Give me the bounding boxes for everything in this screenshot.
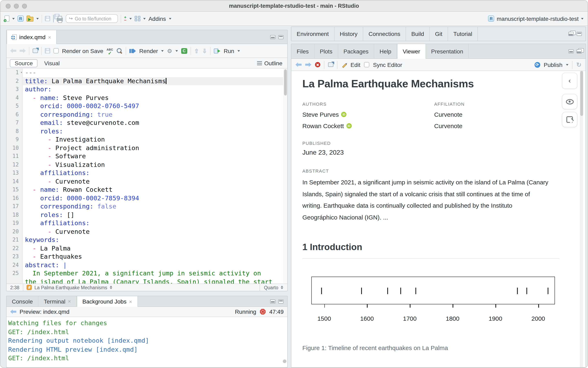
restore-pane-icon[interactable] bbox=[577, 49, 582, 53]
back-icon[interactable] bbox=[295, 62, 302, 67]
goto-file-function-box[interactable]: ↪ bbox=[66, 14, 118, 23]
code-line[interactable]: 3author: bbox=[7, 85, 287, 94]
tab-index-qmd[interactable]: index.qmd × bbox=[7, 30, 57, 44]
code-line[interactable]: 12 - Visualization bbox=[7, 161, 287, 169]
format-menu[interactable]: Quarto bbox=[259, 284, 287, 291]
tab-packages[interactable]: Packages bbox=[338, 44, 374, 58]
orcid-icon[interactable]: iD bbox=[346, 123, 351, 129]
tab-history[interactable]: History bbox=[334, 27, 363, 41]
close-icon[interactable]: × bbox=[48, 34, 51, 40]
back-icon[interactable] bbox=[10, 48, 16, 53]
annotation-button[interactable] bbox=[562, 112, 577, 127]
tab-environment[interactable]: Environment bbox=[291, 27, 334, 41]
code-line[interactable]: 15 - name: Rowan Cockett bbox=[7, 186, 287, 194]
new-file-dropdown-caret[interactable] bbox=[12, 18, 15, 19]
code-editor[interactable]: 1▾---2title: La Palma Earthquake Mechani… bbox=[7, 69, 287, 284]
code-line[interactable]: 16 orcid: 0000-0002-7859-8394 bbox=[7, 194, 287, 202]
code-line[interactable]: 14 - Curvenote bbox=[7, 177, 287, 186]
render-icon[interactable] bbox=[129, 48, 136, 53]
forward-icon[interactable] bbox=[19, 48, 26, 53]
new-project-icon[interactable]: R bbox=[18, 16, 24, 22]
forward-icon[interactable] bbox=[305, 62, 311, 67]
edit-icon[interactable] bbox=[342, 63, 347, 68]
goto-file-function-input[interactable] bbox=[75, 16, 115, 21]
minimize-pane-icon[interactable] bbox=[270, 299, 276, 303]
open-file-icon[interactable] bbox=[27, 17, 33, 22]
refresh-icon[interactable]: ↻ bbox=[576, 61, 581, 68]
edit-button[interactable]: Edit bbox=[350, 61, 360, 68]
version-control-dropdown-caret[interactable] bbox=[129, 18, 132, 19]
stop-job-icon[interactable] bbox=[260, 309, 266, 314]
sync-editor-checkbox[interactable] bbox=[364, 62, 369, 67]
run-icon[interactable] bbox=[214, 48, 220, 54]
fold-icon[interactable]: ▾ bbox=[20, 69, 22, 77]
project-menu-button[interactable]: R manuscript-template-rstudio-test bbox=[488, 15, 584, 22]
save-document-icon[interactable] bbox=[45, 48, 50, 54]
reader-view-button[interactable] bbox=[562, 94, 577, 109]
open-new-window-icon[interactable] bbox=[33, 48, 38, 53]
publish-dropdown-caret[interactable] bbox=[566, 64, 569, 65]
next-chunk-icon[interactable]: ⇩ bbox=[202, 47, 207, 54]
code-line[interactable]: 6 corresponding: true bbox=[7, 110, 287, 119]
tab-files[interactable]: Files bbox=[291, 44, 314, 58]
code-line[interactable]: 18 roles: [] bbox=[7, 211, 287, 219]
close-icon[interactable]: × bbox=[68, 298, 71, 304]
tab-help[interactable]: Help bbox=[374, 44, 397, 58]
gear-dropdown-caret[interactable] bbox=[175, 50, 178, 52]
restore-pane-icon[interactable] bbox=[569, 32, 574, 36]
code-line[interactable]: 24abstract: | bbox=[7, 261, 287, 269]
maximize-pane-icon[interactable] bbox=[577, 32, 582, 36]
tab-plots[interactable]: Plots bbox=[314, 44, 338, 58]
mode-visual-button[interactable]: Visual bbox=[39, 59, 65, 67]
spellcheck-icon[interactable]: ABC ✓ bbox=[107, 48, 113, 55]
code-line[interactable]: 1▾--- bbox=[7, 69, 287, 77]
code-line[interactable]: 19 affiliations: bbox=[7, 219, 287, 228]
stop-icon[interactable] bbox=[315, 62, 320, 67]
code-line[interactable]: 20 - Curvenote bbox=[7, 228, 287, 236]
find-replace-icon[interactable] bbox=[117, 48, 123, 54]
gear-icon[interactable]: ⚙ bbox=[167, 48, 172, 54]
render-button[interactable]: Render bbox=[139, 47, 158, 54]
code-line[interactable]: 21keywords: bbox=[7, 236, 287, 244]
code-line[interactable]: 23 - Earthquakes bbox=[7, 253, 287, 261]
open-in-browser-icon[interactable] bbox=[328, 62, 333, 67]
minimize-pane-icon[interactable] bbox=[569, 49, 574, 53]
outline-toggle[interactable]: Outline bbox=[257, 60, 284, 66]
code-line[interactable]: 11 - Software bbox=[7, 152, 287, 161]
mode-source-button[interactable]: Source bbox=[10, 59, 38, 67]
render-on-save-checkbox[interactable] bbox=[54, 48, 59, 54]
code-line[interactable]: 25 In September 2021, a significant jump… bbox=[7, 269, 287, 278]
workspace-panes-icon[interactable] bbox=[135, 16, 140, 21]
console-scrollbar-thumb[interactable] bbox=[283, 359, 286, 363]
open-file-dropdown-caret[interactable] bbox=[36, 18, 39, 19]
addins-menu[interactable]: Addins bbox=[148, 15, 166, 22]
run-button[interactable]: Run bbox=[224, 47, 234, 54]
section-jump-menu[interactable]: # La Palma Earthquake Mechanisms bbox=[23, 284, 259, 291]
previous-chunk-icon[interactable]: ⇧ bbox=[194, 47, 199, 54]
print-icon[interactable] bbox=[57, 17, 63, 21]
run-dropdown-caret[interactable] bbox=[238, 50, 240, 52]
maximize-pane-icon[interactable] bbox=[278, 299, 284, 303]
publish-button[interactable]: Publish bbox=[544, 61, 562, 68]
save-icon[interactable] bbox=[45, 16, 50, 21]
code-line[interactable]: 8 roles: bbox=[7, 127, 287, 136]
tab-viewer[interactable]: Viewer bbox=[397, 44, 426, 59]
tab-terminal[interactable]: Terminal× bbox=[38, 296, 77, 306]
new-file-icon[interactable] bbox=[4, 16, 9, 22]
tab-build[interactable]: Build bbox=[406, 27, 430, 41]
code-line[interactable]: 5 orcid: 0000-0002-0760-5497 bbox=[7, 102, 287, 110]
code-line[interactable]: 7 email: steve@curvenote.com bbox=[7, 119, 287, 127]
maximize-pane-icon[interactable] bbox=[278, 35, 284, 39]
tab-presentation[interactable]: Presentation bbox=[426, 44, 469, 58]
tab-git[interactable]: Git bbox=[430, 27, 448, 41]
save-all-icon[interactable] bbox=[53, 15, 54, 22]
minimize-pane-icon[interactable] bbox=[270, 35, 276, 39]
tab-connections[interactable]: Connections bbox=[363, 27, 406, 41]
collapse-panel-button[interactable]: ‹ bbox=[562, 73, 577, 89]
viewer-scrollbar[interactable] bbox=[580, 71, 583, 367]
addins-dropdown-caret[interactable] bbox=[169, 18, 171, 19]
editor-scrollbar[interactable] bbox=[283, 69, 287, 284]
tab-tutorial[interactable]: Tutorial bbox=[448, 27, 478, 41]
render-dropdown-caret[interactable] bbox=[161, 50, 164, 52]
tab-background-jobs[interactable]: Background Jobs× bbox=[77, 296, 138, 307]
